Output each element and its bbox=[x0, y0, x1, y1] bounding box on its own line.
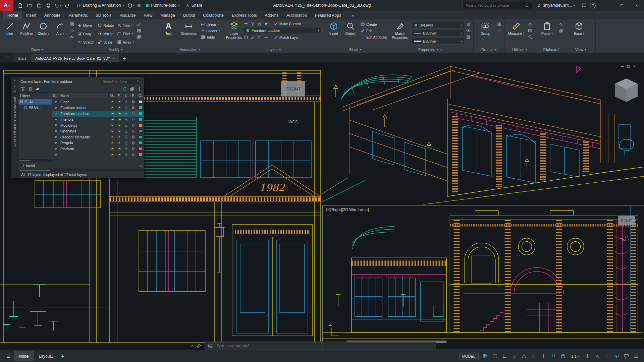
properties-table-icon[interactable] bbox=[466, 35, 471, 39]
viewport-isometric[interactable]: –□× bbox=[322, 62, 644, 204]
viewcube-right[interactable]: RIGHT bbox=[618, 216, 635, 225]
tool-layer-properties[interactable]: Layer Properties bbox=[225, 21, 243, 47]
tool-edit-attributes[interactable]: Edit Attributes▾ bbox=[360, 35, 387, 40]
plot-button[interactable] bbox=[44, 1, 52, 10]
tool-measure[interactable]: Measure ▾ bbox=[506, 21, 526, 47]
layer-lock-icon[interactable] bbox=[124, 153, 128, 157]
ortho-mode-toggle[interactable] bbox=[500, 352, 509, 361]
panel-title-draw[interactable]: Draw▾ bbox=[0, 47, 74, 53]
tool-match-layer[interactable]: Match Layer bbox=[273, 35, 300, 40]
new-layout-button[interactable]: + bbox=[58, 351, 67, 362]
transparency-icon[interactable] bbox=[466, 28, 471, 33]
collapse-icon[interactable]: « bbox=[140, 164, 142, 168]
layer-copy-icon[interactable] bbox=[257, 35, 262, 40]
tool-circle[interactable]: Circle ▾ bbox=[36, 21, 51, 47]
layer-row-furniture-indoor[interactable]: Furniture-indoor bbox=[52, 105, 144, 111]
cut-icon[interactable] bbox=[559, 22, 563, 26]
layer-freeze-icon[interactable] bbox=[117, 141, 121, 145]
settings-icon[interactable] bbox=[137, 87, 142, 91]
layer-plot-icon[interactable] bbox=[131, 112, 135, 115]
file-tab-document[interactable]: AutoCAD-FY25_Fire-...-Book-Cafe_01_3D*× bbox=[31, 54, 119, 62]
layer-on-icon[interactable] bbox=[110, 123, 114, 127]
isolate-icon[interactable] bbox=[130, 87, 134, 91]
lineweight-dropdown[interactable]: ByLayer▾ bbox=[412, 38, 464, 45]
layer-color-swatch[interactable] bbox=[139, 106, 142, 109]
layer-row-outdoor-elements[interactable]: Outdoor elements bbox=[52, 134, 144, 140]
ribbon-tab-insert[interactable]: Insert bbox=[22, 11, 40, 19]
dynamic-input-toggle[interactable] bbox=[539, 352, 548, 361]
redo-button[interactable] bbox=[63, 1, 71, 10]
new-drawing-tab-button[interactable]: + bbox=[120, 54, 129, 62]
layer-search-input[interactable] bbox=[103, 79, 135, 83]
layer-on-icon[interactable] bbox=[110, 153, 114, 157]
layer-lock-icon[interactable] bbox=[124, 123, 128, 127]
isolate-objects-button[interactable] bbox=[612, 352, 621, 361]
window-maximize-button[interactable]: □ bbox=[614, 0, 629, 11]
layer-on-icon[interactable] bbox=[110, 135, 114, 139]
visibility-button[interactable] bbox=[135, 1, 143, 10]
tool-base[interactable]: Base ▾ bbox=[568, 21, 590, 47]
search-icon[interactable] bbox=[525, 3, 529, 8]
layer-lock-icon[interactable] bbox=[124, 106, 128, 110]
object-snap-tracking-toggle[interactable] bbox=[529, 352, 538, 361]
panel-title-properties[interactable]: Properties▾↘ bbox=[387, 47, 473, 53]
layer-row-mouldings[interactable]: Mouldings bbox=[52, 122, 144, 128]
annotation-monitor-button[interactable] bbox=[602, 352, 611, 361]
autodesk-assistant-button[interactable] bbox=[580, 1, 588, 10]
layer-plot-icon[interactable] bbox=[131, 141, 135, 145]
layer-row-openings[interactable]: Openings bbox=[52, 128, 144, 134]
close-tab-icon[interactable]: × bbox=[113, 56, 115, 60]
workspace-settings-button[interactable] bbox=[593, 352, 602, 361]
layer-states-icon[interactable] bbox=[36, 87, 40, 91]
tool-arc[interactable]: Arc ▾ bbox=[52, 21, 68, 47]
new-drawing-button[interactable] bbox=[16, 1, 24, 10]
layer-on-icon[interactable] bbox=[110, 118, 114, 121]
command-input[interactable] bbox=[216, 344, 433, 348]
layer-color-swatch[interactable] bbox=[139, 135, 142, 139]
workspace-switcher[interactable]: Drafting & Annotation▾ bbox=[74, 2, 127, 9]
viewport-label-right[interactable]: [+][Right][2D Wireframe] bbox=[326, 207, 369, 212]
explode-icon[interactable] bbox=[137, 28, 141, 33]
model-tab[interactable]: Model bbox=[14, 351, 34, 361]
panel-title-utilities[interactable]: Utilities▾ bbox=[504, 47, 535, 53]
layer-lock-icon[interactable] bbox=[124, 118, 128, 121]
panel-title-clipboard[interactable]: Clipboard bbox=[535, 47, 566, 53]
viewcube-front[interactable]: FRONT bbox=[281, 81, 305, 97]
layer-lock-icon[interactable] bbox=[124, 112, 128, 115]
layer-row-floor[interactable]: Floor bbox=[52, 99, 144, 105]
ribbon-tab-express-tools[interactable]: Express Tools bbox=[228, 11, 261, 19]
tool-fillet[interactable]: Fillet▾ bbox=[116, 29, 135, 38]
layout1-tab[interactable]: Layout1 bbox=[35, 351, 58, 361]
palette-properties-icon[interactable] bbox=[13, 90, 16, 93]
model-space-badge[interactable]: MODEL bbox=[459, 353, 479, 360]
layer-dropdown[interactable]: Furniture-outdoor ▾ bbox=[244, 27, 322, 34]
layer-on-icon[interactable] bbox=[110, 100, 114, 104]
grid-display-toggle[interactable] bbox=[481, 352, 490, 361]
status-menu-icon[interactable] bbox=[3, 354, 13, 359]
tool-copy[interactable]: Copy bbox=[76, 29, 95, 38]
layer-lock-icon[interactable] bbox=[257, 21, 262, 26]
share-button[interactable]: Share bbox=[182, 2, 205, 9]
open-button[interactable] bbox=[25, 1, 34, 10]
layer-plot-icon[interactable] bbox=[131, 135, 135, 139]
erase-icon[interactable] bbox=[137, 22, 141, 26]
ribbon-tab-automation[interactable]: Automation bbox=[282, 11, 311, 19]
tool-polyline[interactable]: Polyline bbox=[19, 21, 34, 47]
id-point-icon[interactable] bbox=[528, 22, 532, 26]
panel-title-annotation[interactable]: Annotation▾ bbox=[157, 47, 223, 53]
tool-stretch[interactable]: Stretch bbox=[76, 38, 95, 46]
help-search-input[interactable] bbox=[465, 3, 523, 7]
layer-row-platform[interactable]: Platform bbox=[52, 146, 144, 152]
snap-mode-toggle[interactable] bbox=[490, 352, 499, 361]
tool-match-properties[interactable]: Match Properties bbox=[389, 21, 411, 47]
layer-plot-icon[interactable] bbox=[131, 123, 135, 127]
layer-plot-icon[interactable] bbox=[131, 129, 135, 133]
layer-row-interiors[interactable]: Interiors bbox=[52, 117, 144, 123]
tool-mirror[interactable]: Mirror bbox=[97, 29, 115, 38]
layer-on-icon[interactable] bbox=[110, 112, 114, 115]
filter-all[interactable]: ⊟All bbox=[18, 99, 52, 105]
tool-table[interactable]: Table bbox=[200, 35, 221, 40]
tool-trim[interactable]: Trim▾ bbox=[116, 21, 135, 29]
layer-plot-icon[interactable] bbox=[131, 106, 135, 110]
help-button[interactable]: ? bbox=[590, 3, 596, 8]
